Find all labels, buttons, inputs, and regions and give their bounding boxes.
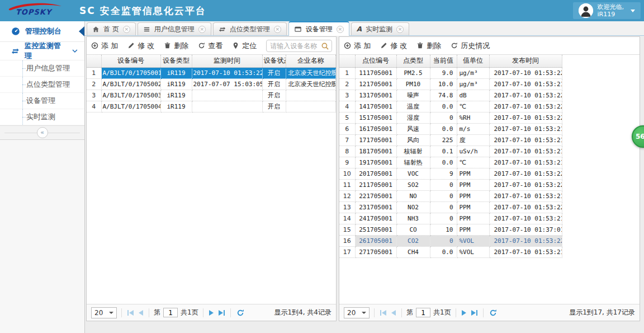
table-row[interactable]: 10201705001VOC9PPM2017-07-10 01:53:22: [339, 168, 562, 179]
table-row[interactable]: 1A/BJLT/0/1705001iR1192017-07-10 01:53:2…: [87, 67, 336, 78]
column-header[interactable]: 点类型: [396, 55, 430, 67]
page-input[interactable]: [416, 308, 430, 317]
page-size-select[interactable]: 20: [91, 307, 117, 318]
sidebar-item-realtime[interactable]: 实时监测: [0, 109, 84, 125]
page-size-select[interactable]: 20: [344, 307, 370, 318]
locate-button[interactable]: 定位: [232, 41, 257, 51]
collapse-button[interactable]: «: [37, 127, 48, 138]
cell: 噪声: [396, 90, 430, 101]
history-button[interactable]: 历史情况: [451, 41, 490, 51]
column-header[interactable]: 设备状态: [262, 55, 286, 67]
caret-down-icon: [631, 10, 635, 12]
sidebar-item-point-type[interactable]: 点位类型管理: [0, 77, 84, 93]
tab-close-icon[interactable]: ×: [123, 26, 130, 33]
last-page-button[interactable]: [470, 310, 479, 316]
edit-button[interactable]: 修 改: [380, 41, 407, 51]
sidebar-collapse-bar: «: [0, 125, 84, 140]
cell: 241705001: [355, 213, 396, 224]
tab-close-icon[interactable]: ×: [274, 26, 281, 33]
table-row[interactable]: 3A/BJLT/0/1705003iR119开启: [87, 90, 336, 101]
table-row[interactable]: 17271705001CH40.0%VOL2017-07-10 01:53:21: [339, 246, 562, 257]
table-row[interactable]: 14241705001NH30PPM2017-07-10 01:53:21: [339, 213, 562, 224]
column-header[interactable]: 监测时间: [192, 55, 262, 67]
user-menu[interactable]: 欢迎光临, iR119: [573, 2, 641, 19]
table-row[interactable]: 8181705001核辐射0.1uSv/h2017-07-10 01:53:21: [339, 146, 562, 157]
view-button[interactable]: 查看: [198, 41, 222, 51]
sidebar-item-label: 管理控制台: [25, 26, 61, 36]
cell: 231705001: [355, 201, 396, 213]
tab-user-info[interactable]: 用户信息管理 ×: [138, 22, 211, 35]
tab-close-icon[interactable]: ×: [396, 26, 404, 33]
edit-button[interactable]: 修 改: [127, 41, 154, 51]
table-row[interactable]: 4A/BJLT/0/1705004iR119开启: [87, 101, 336, 112]
sidebar-item-monitor-group[interactable]: 监控监测管理: [0, 42, 84, 60]
table-row[interactable]: 15251705001CO10PPM2017-07-10 01:37:01: [339, 224, 562, 235]
table-row[interactable]: 11211705001SO20PPM2017-07-10 01:53:22: [339, 179, 562, 190]
delete-button[interactable]: 删除: [416, 41, 441, 51]
row-number: 15: [339, 224, 355, 235]
first-page-button[interactable]: [126, 310, 135, 316]
table-row[interactable]: 16261705001CO20%VOL2017-07-10 01:53:22: [339, 235, 562, 246]
device-pager: 20 第 共1页 显示1到4, 共4记录: [87, 304, 336, 321]
tab-home[interactable]: 首 页 ×: [87, 22, 136, 35]
column-header[interactable]: 设备类型: [160, 55, 192, 67]
sidebar-filler: [0, 140, 84, 333]
next-page-button[interactable]: [461, 310, 467, 316]
add-button[interactable]: 添 加: [344, 41, 371, 51]
sidebar-item-user-info[interactable]: 用户信息管理: [0, 60, 84, 77]
points-toolbar: 添 加 修 改 删除 历史情况: [339, 37, 640, 55]
tab-close-icon[interactable]: ×: [198, 26, 206, 33]
column-header[interactable]: 值单位: [457, 55, 489, 67]
column-header[interactable]: 当前值: [430, 55, 457, 67]
table-row[interactable]: 1111705001PM2.59.0μg/m³2017-07-10 01:53:…: [339, 67, 562, 78]
column-header[interactable]: 发布时间: [489, 55, 562, 67]
tab-device[interactable]: 设备管理 ×: [288, 21, 349, 36]
row-number: 12: [339, 190, 355, 201]
cell: 251705001: [355, 224, 396, 235]
cell: PPM: [457, 201, 489, 213]
sidebar-item-console[interactable]: 管理控制台: [0, 21, 84, 42]
list-icon: [143, 26, 150, 33]
refresh-button[interactable]: [488, 309, 498, 317]
delete-button[interactable]: 删除: [164, 41, 188, 51]
table-row[interactable]: 5151705001湿度0%RH2017-07-10 01:53:22: [339, 112, 562, 123]
realtime-a-icon: A: [357, 25, 362, 33]
next-page-button[interactable]: [208, 310, 215, 316]
tab-close-icon[interactable]: ×: [337, 26, 344, 33]
table-row[interactable]: 9191705001辐射热0.0℃2017-07-10 01:53:21: [339, 157, 562, 168]
table-row[interactable]: 12221705001NO0PPM2017-07-10 01:53:21: [339, 190, 562, 201]
table-row[interactable]: 3131705001噪声74.8dB2017-07-10 01:53:22: [339, 90, 562, 101]
delete-icon: [416, 42, 424, 49]
sidebar-item-device[interactable]: 设备管理: [0, 93, 84, 109]
row-number-header: [339, 55, 355, 67]
prev-page-button[interactable]: [138, 310, 144, 316]
page-prefix-label: 第: [406, 308, 413, 317]
prev-page-button[interactable]: [390, 310, 397, 316]
tab-realtime[interactable]: A 实时监测 ×: [351, 22, 409, 35]
first-page-button[interactable]: [379, 310, 387, 316]
table-row[interactable]: 2A/BJLT/0/1705002iR1192017-07-07 15:03:0…: [87, 78, 336, 90]
table-row[interactable]: 7171705001风向225度2017-07-10 01:53:21: [339, 134, 562, 146]
cell: %VOL: [457, 246, 489, 257]
column-header[interactable]: 点位编号: [355, 55, 396, 67]
add-button[interactable]: 添 加: [91, 41, 118, 51]
column-header[interactable]: 企业名称: [286, 55, 336, 67]
refresh-button[interactable]: [235, 309, 245, 317]
search-icon[interactable]: [321, 42, 329, 50]
last-page-icon: [471, 310, 476, 316]
table-row[interactable]: 13231705001NO20PPM2017-07-10 01:53:22: [339, 201, 562, 213]
panel-collapse-arrow[interactable]: [79, 26, 84, 36]
page-input[interactable]: [163, 308, 178, 317]
cell: 度: [457, 134, 489, 146]
table-row[interactable]: 2121705001PM1010.0μg/m³2017-07-10 01:53:…: [339, 78, 562, 90]
table-row[interactable]: 4141705001温度0.0℃2017-07-10 01:53:22: [339, 101, 562, 112]
swap-icon: [219, 26, 226, 33]
tab-point-type[interactable]: 点位类型管理 ×: [213, 22, 287, 35]
row-number: 3: [339, 90, 355, 101]
last-page-button[interactable]: [217, 310, 226, 316]
page-size-value: 20: [94, 309, 103, 317]
next-page-icon: [462, 310, 466, 316]
table-row[interactable]: 6161705001风速0.0m/s2017-07-10 01:53:21: [339, 123, 562, 134]
device-search: [266, 40, 332, 52]
column-header[interactable]: 设备编号: [101, 55, 160, 67]
